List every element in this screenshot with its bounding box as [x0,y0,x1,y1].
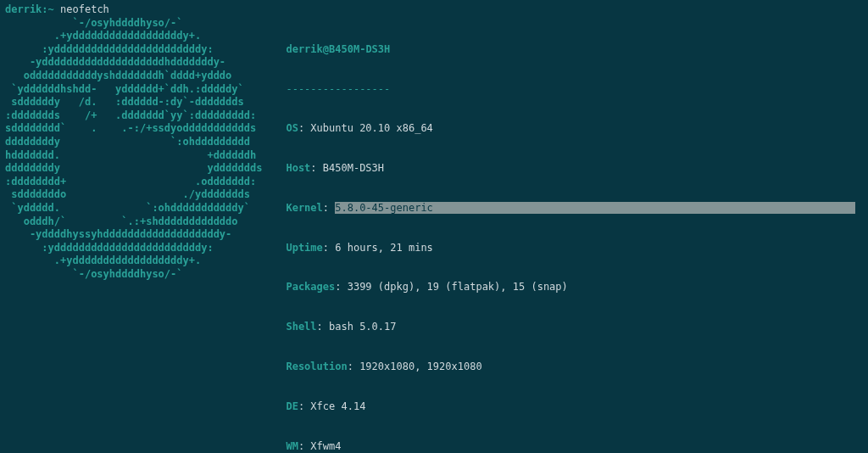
info-value: 3399 (dpkg), 19 (flatpak), 15 (snap) [348,281,568,293]
info-label: Kernel [286,202,322,214]
info-host-machine: Host: B450M-DS3H [286,162,855,176]
prompt-line-1: derrik:~ neofetch [5,3,863,17]
info-value: B450M-DS3H [323,162,384,174]
info-kernel: Kernel: 5.8.0-45-generic [286,202,855,215]
neofetch-output: `-/osyhddddhyso/-` .+ydddddddddddddddddd… [5,17,863,453]
info-header: derrik@B450M-DS3H [286,43,855,57]
info-label: Resolution [286,361,347,372]
info-uptime: Uptime: 6 hours, 21 mins [286,242,855,255]
info-value: Xubuntu 20.10 x86_64 [310,122,433,134]
info-user: derrik [286,43,322,55]
info-de: DE: Xfce 4.14 [286,400,855,414]
info-os: OS: Xubuntu 20.10 x86_64 [286,122,855,136]
info-value: 6 hours, 21 mins [335,242,433,254]
info-label: OS [286,122,298,134]
info-label: WM [286,440,298,452]
info-host: B450M-DS3H [329,43,390,55]
system-info-block: derrik@B450M-DS3H ----------------- OS: … [286,17,855,453]
info-divider: ----------------- [286,83,855,97]
info-resolution: Resolution: 1920x1080, 1920x1080 [286,361,855,374]
prompt-command: neofetch [60,3,109,15]
prompt-user: derrik: [5,3,48,15]
info-wm: WM: Xfwm4 [286,440,855,453]
info-value: Xfwm4 [310,440,341,452]
info-label: Shell [286,321,316,333]
prompt-tilde: ~ [48,3,54,15]
info-value-highlighted: 5.8.0-45-generic [335,202,433,214]
info-label: Packages [286,281,335,293]
info-value: bash 5.0.17 [329,321,396,333]
info-packages: Packages: 3399 (dpkg), 19 (flatpak), 15 … [286,281,855,294]
info-label: Uptime [286,242,322,254]
info-shell: Shell: bash 5.0.17 [286,321,855,334]
info-value: Xfce 4.14 [310,400,365,412]
info-value: 1920x1080, 1920x1080 [359,361,482,372]
info-at: @ [323,43,329,55]
info-label: DE [286,400,298,412]
info-label: Host [286,162,310,174]
distro-ascii-logo: `-/osyhddddhyso/-` .+ydddddddddddddddddd… [5,17,262,282]
